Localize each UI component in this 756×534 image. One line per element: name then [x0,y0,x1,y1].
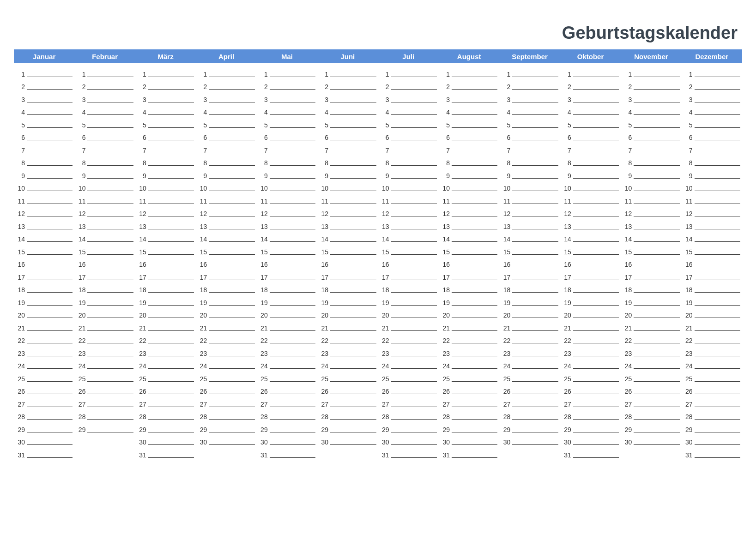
day-number: 27 [137,401,146,409]
day-number: 17 [16,274,25,282]
entry-line [270,292,315,293]
day-row: 2 [137,79,194,92]
day-row: 21 [16,320,73,333]
day-number: 10 [683,185,693,193]
entry-line [512,254,558,255]
day-row: 13 [259,218,315,231]
day-number: 1 [501,71,510,79]
entry-line [391,254,437,255]
day-number: 9 [441,172,450,180]
day-row: 16 [76,257,133,270]
entry-line [330,330,376,331]
day-number: 17 [380,274,389,282]
day-number: 22 [441,337,450,345]
day-number: 10 [623,185,632,193]
day-row: 17 [683,269,740,282]
day-row: 29 [623,421,679,434]
day-row: 2 [623,79,679,92]
day-row: 13 [76,218,133,231]
entry-line [452,444,497,445]
entry-line [270,368,315,369]
entry-line [209,318,254,318]
entry-line [573,153,619,153]
entry-line [270,267,315,267]
day-row: 7 [76,142,133,155]
day-number: 19 [683,299,693,307]
entry-line [270,102,315,102]
day-number: 5 [319,121,328,130]
day-number: 12 [198,210,207,218]
day-number: 25 [319,375,328,384]
day-row: 5 [683,117,740,130]
day-row: 13 [501,218,558,231]
month-column: 1234567891011121314151617181920212223242… [196,66,256,460]
entry-line [634,280,679,280]
day-row: 16 [16,257,73,270]
day-number: 12 [137,210,146,218]
day-number: 24 [198,362,207,371]
entry-line [573,318,619,318]
day-row: 6 [441,130,497,143]
day-number: 25 [501,375,510,384]
day-number: 17 [198,274,207,282]
entry-line [573,444,619,445]
entry-line [27,305,73,306]
day-number: 27 [319,401,328,409]
day-number: 18 [562,286,571,294]
day-row: 24 [380,358,437,371]
day-row: 25 [380,371,437,384]
day-number: 5 [137,121,146,130]
entry-line [148,432,194,432]
entry-line [27,381,73,382]
day-number: 29 [683,426,693,434]
day-row: 17 [623,269,679,282]
day-number: 27 [683,401,693,409]
entry-line [391,77,437,77]
day-number: 23 [683,350,693,358]
entry-line [270,114,315,115]
entry-line [391,407,437,407]
day-row: 26 [137,384,194,396]
entry-line [87,114,133,115]
day-row: 10 [562,180,619,193]
entry-line [209,241,254,242]
day-number: 3 [198,96,207,104]
day-number: 22 [76,337,85,345]
day-number: 12 [76,210,85,218]
month-column: 1234567891011121314151617181920212223242… [621,66,681,460]
entry-line [573,330,619,331]
day-row: 13 [380,218,437,231]
day-row: 10 [441,180,497,193]
day-number: 18 [623,286,632,294]
day-number: 5 [501,121,510,130]
day-number: 17 [76,274,85,282]
day-number: 16 [319,261,328,269]
day-row: 31 [137,447,194,460]
day-number: 20 [319,312,328,320]
entry-line [573,394,619,394]
day-number: 7 [259,147,268,155]
day-number: 14 [562,235,571,244]
day-number: 10 [16,185,25,193]
day-row: 27 [441,396,497,409]
day-row-empty [501,447,558,460]
day-row: 17 [259,269,315,282]
entry-line [148,153,194,153]
day-row: 19 [623,294,679,307]
day-number: 11 [380,198,389,206]
day-number: 7 [441,147,450,155]
entry-line [695,77,740,77]
entry-line [391,381,437,382]
day-number: 29 [562,426,571,434]
day-row: 26 [259,384,315,396]
day-number: 24 [380,362,389,371]
day-row: 22 [501,333,558,346]
entry-line [87,102,133,102]
entry-line [87,330,133,331]
day-number: 9 [562,172,571,180]
day-row: 30 [683,434,740,447]
day-row: 29 [137,421,194,434]
entry-line [148,343,194,343]
day-number: 17 [441,274,450,282]
entry-line [330,318,376,318]
